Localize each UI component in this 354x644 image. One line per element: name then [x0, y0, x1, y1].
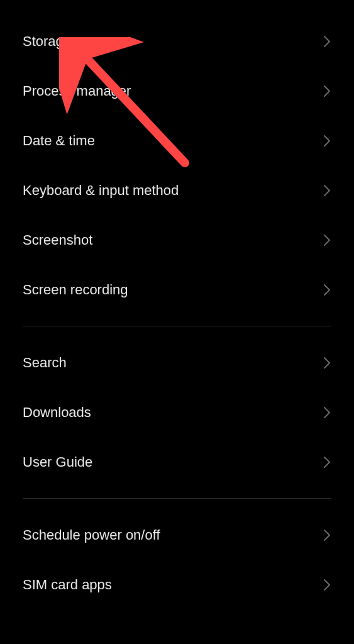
settings-item-label: SIM card apps — [23, 577, 112, 593]
settings-list: Storage Process manager Date & time Keyb… — [0, 0, 354, 609]
chevron-right-icon — [323, 528, 331, 543]
chevron-right-icon — [323, 282, 331, 297]
settings-item-downloads[interactable]: Downloads — [23, 387, 331, 437]
settings-item-label: Schedule power on/off — [23, 527, 160, 543]
settings-item-label: Screen recording — [23, 282, 128, 298]
settings-item-label: Storage — [23, 33, 71, 50]
settings-item-label: Date & time — [23, 133, 95, 149]
chevron-right-icon — [323, 455, 331, 470]
settings-item-process-manager[interactable]: Process manager — [23, 66, 331, 116]
settings-item-storage[interactable]: Storage — [23, 16, 331, 66]
settings-item-label: Screenshot — [23, 232, 92, 248]
settings-item-sim-card-apps[interactable]: SIM card apps — [23, 560, 331, 609]
divider — [23, 326, 331, 326]
chevron-right-icon — [323, 183, 331, 198]
chevron-right-icon — [323, 133, 331, 148]
divider — [23, 498, 331, 499]
settings-item-screenshot[interactable]: Screenshot — [23, 215, 331, 265]
settings-item-label: Keyboard & input method — [23, 182, 179, 199]
chevron-right-icon — [323, 233, 331, 248]
chevron-right-icon — [323, 34, 331, 49]
settings-item-screen-recording[interactable]: Screen recording — [23, 265, 331, 314]
settings-item-label: Downloads — [23, 404, 91, 421]
settings-item-date-time[interactable]: Date & time — [23, 116, 331, 165]
settings-item-label: Process manager — [23, 83, 131, 99]
chevron-right-icon — [323, 405, 331, 420]
settings-item-label: Search — [23, 355, 67, 371]
settings-item-label: User Guide — [23, 454, 92, 470]
settings-item-schedule-power[interactable]: Schedule power on/off — [23, 510, 331, 560]
settings-item-user-guide[interactable]: User Guide — [23, 437, 331, 487]
settings-item-keyboard-input[interactable]: Keyboard & input method — [23, 165, 331, 215]
chevron-right-icon — [323, 84, 331, 99]
chevron-right-icon — [323, 577, 331, 592]
settings-item-search[interactable]: Search — [23, 338, 331, 387]
chevron-right-icon — [323, 355, 331, 370]
